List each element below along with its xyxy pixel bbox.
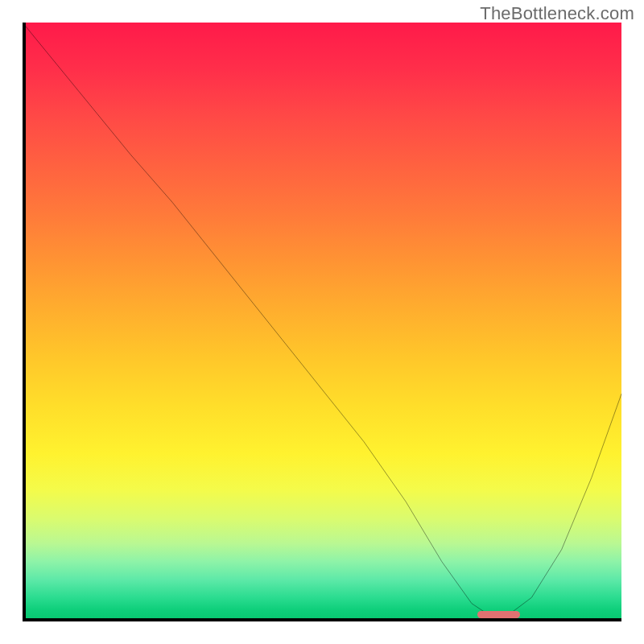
- plot-area: [23, 23, 621, 621]
- bottleneck-curve: [23, 23, 621, 621]
- watermark-label: TheBottleneck.com: [480, 3, 634, 24]
- optimal-range-marker: [477, 611, 519, 618]
- chart-canvas: TheBottleneck.com: [0, 0, 644, 644]
